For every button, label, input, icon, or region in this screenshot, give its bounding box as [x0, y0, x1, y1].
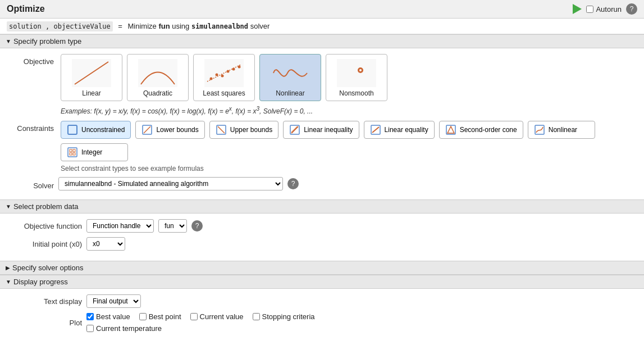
- current-value-input[interactable]: [190, 313, 198, 320]
- initial-point-select[interactable]: x0 x0_init [0,0]: [86, 237, 125, 251]
- obj-card-nonsmooth[interactable]: Nonsmooth: [326, 54, 387, 101]
- svg-rect-29: [70, 149, 72, 152]
- problem-type-body: Objective Linear Quadratic: [0, 48, 644, 199]
- stopping-criteria-input[interactable]: [253, 313, 260, 320]
- constraints-hint: Select constraint types to see example f…: [61, 165, 635, 173]
- least-squares-icon: [204, 59, 244, 87]
- top-bar-right: Autorun ?: [573, 3, 637, 15]
- obj-card-nonlinear[interactable]: Nonlinear: [259, 54, 321, 101]
- linear-equality-icon: [370, 124, 381, 135]
- best-value-checkbox[interactable]: Best value: [86, 312, 130, 321]
- current-value-checkbox[interactable]: Current value: [190, 312, 244, 321]
- svg-line-17: [144, 126, 150, 133]
- text-display-select[interactable]: Final output Iterative Off: [86, 294, 141, 308]
- problem-data-label: Select problem data: [13, 202, 79, 211]
- integer-icon: [67, 147, 78, 158]
- svg-line-24: [372, 127, 379, 133]
- solver-label: Solver: [9, 178, 54, 190]
- constraints-row: Constraints Unconstrained Lower: [9, 121, 635, 161]
- run-button[interactable]: [573, 4, 582, 14]
- nonlinear-constraint-icon: [534, 124, 545, 135]
- current-temp-input[interactable]: [86, 325, 94, 332]
- objective-row: Objective Linear Quadratic: [9, 54, 635, 101]
- examples-text: Examples: f(x, y) = x/y, f(x) = cos(x), …: [61, 106, 635, 115]
- page-title: Optimize: [7, 4, 45, 14]
- obj-func-help-button[interactable]: ?: [191, 220, 203, 232]
- stopping-criteria-checkbox[interactable]: Stopping criteria: [253, 312, 315, 321]
- svg-line-21: [291, 126, 298, 133]
- solver-row: Solver simulannealbnd - Simulated anneal…: [9, 177, 635, 190]
- plot-row-1: Best value Best point Current value Stop…: [86, 312, 315, 321]
- obj-func-var-select[interactable]: fun f obj: [158, 219, 187, 233]
- best-point-checkbox[interactable]: Best point: [139, 312, 181, 321]
- svg-point-6: [216, 74, 218, 76]
- nonlinear-icon: [271, 59, 310, 87]
- svg-point-14: [359, 69, 362, 71]
- svg-point-7: [221, 75, 224, 78]
- problem-type-arrow: ▼: [6, 38, 11, 44]
- constraint-integer[interactable]: Integer: [61, 143, 128, 161]
- formula-solver: simulannealbnd: [191, 22, 248, 30]
- help-button[interactable]: ?: [626, 3, 637, 15]
- svg-rect-15: [68, 125, 77, 134]
- second-order-cone-icon: [445, 124, 456, 135]
- constraint-upper-bounds[interactable]: Upper bounds: [209, 121, 278, 139]
- nonsmooth-icon: [337, 59, 376, 87]
- svg-point-8: [227, 70, 230, 73]
- constraint-nonlinear[interactable]: Nonlinear: [528, 121, 595, 139]
- display-progress-label: Display progress: [13, 278, 68, 286]
- objective-label: Objective: [9, 54, 54, 66]
- svg-line-22: [291, 126, 297, 132]
- obj-func-label: Objective function: [9, 222, 82, 230]
- svg-rect-28: [68, 148, 77, 157]
- problem-data-arrow: ▼: [6, 203, 11, 210]
- best-value-input[interactable]: [86, 313, 94, 320]
- display-progress-header[interactable]: ▼ Display progress: [0, 275, 644, 289]
- upper-bounds-icon: [216, 124, 227, 135]
- plot-row: Plot Best value Best point Current value: [9, 312, 635, 333]
- run-icon: [573, 4, 582, 14]
- nonsmooth-label: Nonsmooth: [339, 89, 373, 97]
- svg-rect-30: [73, 149, 75, 152]
- svg-line-19: [218, 126, 225, 133]
- current-temp-checkbox[interactable]: Current temperature: [86, 324, 162, 333]
- formula-bar: solution , objectiveValue = Minimize fun…: [0, 19, 644, 34]
- display-progress-body: Text display Final output Iterative Off …: [0, 289, 644, 343]
- formula-fun: fun: [158, 22, 170, 30]
- top-bar: Optimize Autorun ?: [0, 0, 644, 19]
- obj-card-linear[interactable]: Linear: [61, 54, 122, 101]
- solver-help-button[interactable]: ?: [287, 178, 299, 189]
- constraint-linear-inequality[interactable]: Linear inequality: [283, 121, 359, 139]
- text-display-row: Text display Final output Iterative Off: [9, 294, 635, 308]
- problem-type-header[interactable]: ▼ Specify problem type: [0, 34, 644, 48]
- solver-options-header[interactable]: ▶ Specify solver options: [0, 261, 644, 275]
- svg-point-10: [238, 66, 241, 69]
- quadratic-icon: [138, 59, 177, 87]
- solver-options-label: Specify solver options: [12, 264, 83, 272]
- svg-rect-32: [73, 153, 75, 155]
- constraint-unconstrained[interactable]: Unconstrained: [61, 121, 131, 139]
- constraint-lower-bounds[interactable]: Lower bounds: [135, 121, 204, 139]
- objective-cards: Linear Quadratic: [61, 54, 387, 101]
- problem-data-header[interactable]: ▼ Select problem data: [0, 199, 644, 214]
- constraint-second-order-cone[interactable]: Second-order cone: [439, 121, 523, 139]
- constraints-label: Constraints: [9, 121, 54, 133]
- plot-checkboxes: Best value Best point Current value Stop…: [86, 312, 315, 333]
- quadratic-label: Quadratic: [143, 89, 172, 97]
- best-point-input[interactable]: [139, 313, 147, 320]
- solver-select[interactable]: simulannealbnd - Simulated annealing alg…: [58, 177, 283, 190]
- constraint-linear-equality[interactable]: Linear equality: [364, 121, 435, 139]
- objective-function-row: Objective function Function handle Inlin…: [9, 219, 635, 233]
- solver-options-arrow: ▶: [6, 265, 10, 271]
- autorun-label[interactable]: Autorun: [586, 5, 622, 13]
- svg-rect-11: [271, 59, 310, 87]
- svg-marker-26: [447, 126, 454, 133]
- obj-func-type-select[interactable]: Function handle Inline function: [86, 219, 154, 233]
- linear-icon: [72, 59, 111, 87]
- least-squares-label: Least squares: [203, 89, 245, 97]
- main-content: ▼ Specify problem type Objective Linear: [0, 34, 644, 354]
- svg-rect-31: [70, 153, 72, 155]
- obj-card-quadratic[interactable]: Quadratic: [127, 54, 189, 101]
- autorun-checkbox[interactable]: [586, 6, 593, 13]
- obj-card-least-squares[interactable]: Least squares: [193, 54, 255, 101]
